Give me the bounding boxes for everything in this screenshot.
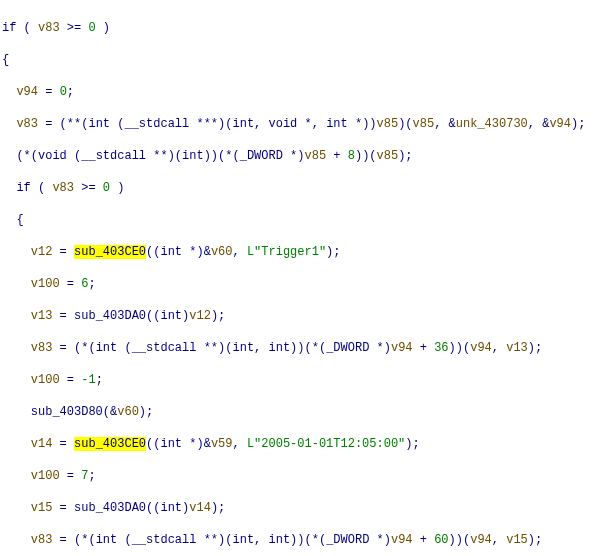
code-line: v100 = 7; (2, 468, 595, 484)
code-line: v12 = sub_403CE0((int *)&v60, L"Trigger1… (2, 244, 595, 260)
highlight-sub403ce0: sub_403CE0 (74, 245, 146, 259)
code-line: if ( v83 >= 0 ) (2, 20, 595, 36)
code-line: v15 = sub_403DA0((int)v14); (2, 500, 595, 516)
code-line: { (2, 52, 595, 68)
code-line: sub_403D80(&v60); (2, 404, 595, 420)
code-line: v14 = sub_403CE0((int *)&v59, L"2005-01-… (2, 436, 595, 452)
code-line: v83 = (**(int (__stdcall ***)(int, void … (2, 116, 595, 132)
code-line: v94 = 0; (2, 84, 595, 100)
code-line: v100 = -1; (2, 372, 595, 388)
code-line: { (2, 212, 595, 228)
code-line: (*(void (__stdcall **)(int))(*(_DWORD *)… (2, 148, 595, 164)
code-line: if ( v83 >= 0 ) (2, 180, 595, 196)
code-line: v83 = (*(int (__stdcall **)(int, int))(*… (2, 340, 595, 356)
code-line: v100 = 6; (2, 276, 595, 292)
code-line: v13 = sub_403DA0((int)v12); (2, 308, 595, 324)
highlight-sub403ce0: sub_403CE0 (74, 437, 146, 451)
code-line: v83 = (*(int (__stdcall **)(int, int))(*… (2, 532, 595, 548)
code-block: if ( v83 >= 0 ) { v94 = 0; v83 = (**(int… (0, 0, 599, 556)
